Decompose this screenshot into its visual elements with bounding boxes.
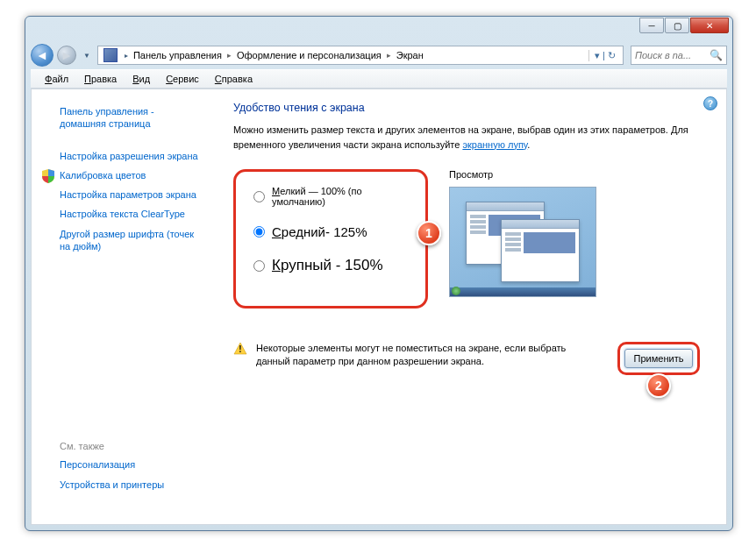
shield-icon: [42, 169, 54, 183]
menu-edit[interactable]: Правка: [77, 72, 124, 86]
help-icon[interactable]: ?: [703, 96, 717, 110]
sidebar-personalize[interactable]: Персонализация: [40, 455, 198, 474]
breadcrumb-appearance[interactable]: Оформление и персонализация: [235, 50, 383, 60]
search-input[interactable]: [635, 50, 705, 60]
apply-wrapper: Применить 2: [617, 342, 700, 375]
control-panel-icon: [103, 48, 118, 62]
maximize-button[interactable]: ▢: [665, 18, 689, 33]
search-box[interactable]: 🔍: [631, 46, 727, 65]
breadcrumb-root-dropdown[interactable]: ▸: [121, 52, 132, 60]
radio-large[interactable]: Крупный - 150%: [253, 257, 408, 274]
chevron-right-icon[interactable]: ▸: [224, 51, 235, 60]
warning-row: ! Некоторые элементы могут не поместитьс…: [233, 342, 700, 375]
search-icon[interactable]: 🔍: [710, 49, 723, 61]
refresh-dropdown[interactable]: ▾ | ↻: [588, 50, 621, 61]
preview-label: Просмотр: [449, 169, 700, 180]
breadcrumb: Панель управления ▸ Оформление и персона…: [132, 50, 425, 60]
sidebar-calibration[interactable]: Калибровка цветов: [40, 166, 198, 185]
window-frame: ─ ▢ ✕ ◄ ► ▼ ▸ Панель управления ▸ Оформл…: [25, 16, 733, 531]
sidebar: Панель управления - домашняя страница На…: [32, 89, 207, 524]
apply-button[interactable]: Применить: [624, 349, 693, 368]
radio-small-input[interactable]: [253, 191, 265, 202]
page-title: Удобство чтения с экрана: [233, 102, 700, 114]
radio-large-input[interactable]: [253, 260, 265, 272]
svg-text:!: !: [239, 344, 241, 354]
close-button[interactable]: ✕: [690, 18, 729, 33]
sidebar-cleartype[interactable]: Настройка текста ClearType: [40, 204, 198, 223]
main-panel: ? Удобство чтения с экрана Можно изменит…: [207, 89, 726, 524]
breadcrumb-control-panel[interactable]: Панель управления: [132, 50, 224, 60]
sidebar-footer: См. также Персонализация Устройства и пр…: [40, 437, 198, 512]
forward-button[interactable]: ►: [57, 46, 76, 65]
menu-view[interactable]: Вид: [125, 72, 157, 86]
navigation-bar: ◄ ► ▼ ▸ Панель управления ▸ Оформление и…: [25, 41, 732, 69]
warning-text: Некоторые элементы могут не поместиться …: [256, 342, 609, 369]
address-bar[interactable]: ▸ Панель управления ▸ Оформление и персо…: [97, 46, 624, 65]
breadcrumb-display[interactable]: Экран: [395, 50, 425, 60]
radio-medium-input[interactable]: [253, 226, 265, 238]
content-area: Панель управления - домашняя страница На…: [31, 89, 727, 525]
preview-section: Просмотр: [449, 169, 700, 308]
magnifier-link[interactable]: экранную лупу: [462, 139, 527, 150]
warning-icon: !: [233, 342, 247, 356]
size-options-group: Мелкий — 100% (по умолчанию) Средний- 12…: [233, 169, 428, 308]
sidebar-devices[interactable]: Устройства и принтеры: [40, 475, 198, 494]
titlebar: ─ ▢ ✕: [25, 17, 732, 41]
radio-medium[interactable]: Средний- 125%: [253, 224, 408, 239]
menu-help[interactable]: Справка: [208, 72, 260, 86]
menu-bar: Файл Правка Вид Сервис Справка: [31, 69, 727, 89]
chevron-right-icon[interactable]: ▸: [383, 51, 395, 60]
options-row: Мелкий — 100% (по умолчанию) Средний- 12…: [233, 169, 700, 308]
see-also-label: См. также: [40, 437, 198, 455]
back-button[interactable]: ◄: [31, 44, 53, 67]
radio-small[interactable]: Мелкий — 100% (по умолчанию): [253, 186, 408, 207]
sidebar-dpi[interactable]: Другой размер шрифта (точек на дюйм): [40, 224, 198, 257]
sidebar-resolution[interactable]: Настройка разрешения экрана: [40, 146, 198, 166]
menu-file[interactable]: Файл: [38, 72, 75, 86]
minimize-button[interactable]: ─: [639, 18, 664, 33]
window-controls: ─ ▢ ✕: [639, 18, 729, 33]
sidebar-params[interactable]: Настройка параметров экрана: [40, 185, 198, 204]
nav-history-dropdown[interactable]: ▼: [80, 52, 94, 60]
menu-tools[interactable]: Сервис: [159, 72, 206, 86]
annotation-1: 1: [417, 221, 441, 245]
preview-image: [449, 187, 596, 297]
sidebar-home[interactable]: Панель управления - домашняя страница: [40, 102, 198, 134]
page-description: Можно изменить размер текста и других эл…: [233, 123, 700, 152]
annotation-2: 2: [646, 373, 671, 398]
